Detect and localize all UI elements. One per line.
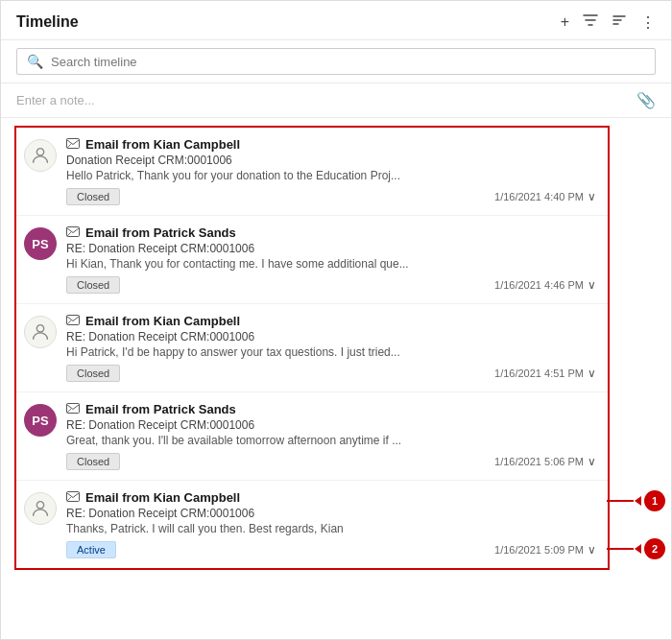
item-subtitle: RE: Donation Receipt CRM:0001006: [66, 330, 596, 344]
item-header: Email from Kian Campbell: [66, 314, 596, 328]
timestamp-text: 1/16/2021 4:46 PM: [494, 279, 584, 291]
item-body: Hi Patrick, I'd be happy to answer your …: [66, 345, 527, 359]
arrow-line: [607, 500, 634, 502]
item-title: Email from Patrick Sands: [85, 402, 236, 416]
panel-title: Timeline: [16, 13, 79, 31]
item-footer: Closed 1/16/2021 4:40 PM ∨: [66, 188, 596, 205]
email-icon: [66, 225, 80, 240]
avatar: PS: [24, 404, 57, 437]
item-header: Email from Kian Campbell: [66, 137, 596, 152]
chevron-down-icon[interactable]: ∨: [588, 367, 596, 380]
arrow-head-icon: [635, 496, 641, 506]
timestamp-text: 1/16/2021 5:09 PM: [494, 544, 584, 556]
item-footer: Closed 1/16/2021 4:46 PM ∨: [66, 276, 596, 294]
status-badge[interactable]: Closed: [66, 365, 120, 382]
item-header: Email from Patrick Sands: [66, 225, 596, 240]
timeline-item: Email from Kian Campbell RE: Donation Re…: [16, 481, 608, 568]
svg-point-6: [36, 502, 43, 509]
timeline-item: Email from Kian Campbell RE: Donation Re…: [16, 304, 608, 392]
svg-point-3: [36, 325, 43, 332]
attach-icon[interactable]: 📎: [636, 91, 656, 109]
item-timestamp: 1/16/2021 4:51 PM ∨: [494, 367, 596, 380]
item-timestamp: 1/16/2021 4:46 PM ∨: [494, 278, 596, 292]
search-wrapper[interactable]: 🔍: [16, 48, 656, 75]
search-input[interactable]: [51, 55, 645, 69]
item-body: Hello Patrick, Thank you for your donati…: [66, 169, 527, 182]
item-body: Hi Kian, Thank you for contacting me. I …: [66, 257, 527, 271]
avatar-initials: PS: [32, 237, 48, 251]
timeline-items: Email from Kian Campbell Donation Receip…: [1, 118, 671, 639]
chevron-down-icon[interactable]: ∨: [588, 455, 596, 468]
panel-header: Timeline + ⋮: [1, 1, 671, 40]
timestamp-text: 1/16/2021 5:06 PM: [494, 456, 584, 467]
avatar: PS: [24, 227, 57, 260]
more-icon[interactable]: ⋮: [640, 13, 656, 32]
item-content: Email from Kian Campbell RE: Donation Re…: [66, 490, 596, 558]
avatar: [24, 492, 57, 525]
item-subtitle: RE: Donation Receipt CRM:0001006: [66, 418, 596, 432]
item-subtitle: RE: Donation Receipt CRM:0001006: [66, 507, 596, 520]
item-header: Email from Kian Campbell: [66, 490, 596, 505]
item-footer: Closed 1/16/2021 4:51 PM ∨: [66, 365, 596, 382]
email-icon: [66, 314, 80, 328]
arrow-head-icon: [635, 544, 641, 554]
avatar: [24, 316, 57, 348]
annotation-circle-2: 2: [644, 538, 665, 559]
item-title: Email from Kian Campbell: [85, 137, 240, 152]
search-bar: 🔍: [1, 40, 671, 83]
timeline-panel: Timeline + ⋮ 🔍 Enter a note... 📎: [0, 0, 672, 640]
annotation-2: 2: [607, 538, 665, 559]
arrow-line: [607, 548, 634, 550]
timeline-group: Email from Kian Campbell Donation Receip…: [14, 126, 610, 570]
annotation-1: 1: [607, 490, 665, 511]
timeline-item: PS Email from Patrick Sands: [16, 216, 608, 304]
svg-point-0: [36, 149, 43, 155]
item-content: Email from Kian Campbell Donation Receip…: [66, 137, 596, 205]
status-badge[interactable]: Closed: [66, 453, 120, 470]
note-bar: Enter a note... 📎: [1, 83, 671, 118]
item-body: Thanks, Patrick. I will call you then. B…: [66, 522, 527, 535]
item-title: Email from Kian Campbell: [85, 490, 240, 505]
add-icon[interactable]: +: [561, 13, 569, 31]
sort-icon[interactable]: [612, 12, 627, 32]
chevron-down-icon[interactable]: ∨: [588, 543, 596, 557]
email-icon: [66, 402, 80, 416]
item-content: Email from Kian Campbell RE: Donation Re…: [66, 314, 596, 382]
avatar: [24, 139, 57, 172]
item-subtitle: Donation Receipt CRM:0001006: [66, 154, 596, 167]
note-placeholder: Enter a note...: [16, 93, 95, 107]
item-body: Great, thank you. I'll be available tomo…: [66, 434, 527, 447]
chevron-down-icon[interactable]: ∨: [588, 190, 596, 203]
timestamp-text: 1/16/2021 4:40 PM: [494, 191, 584, 202]
item-timestamp: 1/16/2021 5:06 PM ∨: [494, 455, 596, 468]
status-badge[interactable]: Closed: [66, 276, 120, 294]
item-header: Email from Patrick Sands: [66, 402, 596, 416]
email-icon: [66, 490, 80, 505]
timeline-item: PS Email from Patrick Sands: [16, 392, 608, 481]
annotation-circle-1: 1: [644, 490, 665, 511]
filter-icon[interactable]: [583, 12, 598, 32]
item-timestamp: 1/16/2021 4:40 PM ∨: [494, 190, 596, 203]
item-title: Email from Kian Campbell: [85, 314, 240, 328]
item-content: Email from Patrick Sands RE: Donation Re…: [66, 225, 596, 294]
item-footer: Active 1/16/2021 5:09 PM ∨: [66, 541, 596, 558]
status-badge[interactable]: Active: [66, 541, 116, 558]
item-subtitle: RE: Donation Receipt CRM:0001006: [66, 242, 596, 255]
search-icon: 🔍: [27, 54, 43, 69]
item-content: Email from Patrick Sands RE: Donation Re…: [66, 402, 596, 470]
email-icon: [66, 137, 80, 152]
item-timestamp: 1/16/2021 5:09 PM ∨: [494, 543, 596, 557]
item-footer: Closed 1/16/2021 5:06 PM ∨: [66, 453, 596, 470]
timestamp-text: 1/16/2021 4:51 PM: [494, 367, 584, 379]
header-icons: + ⋮: [561, 12, 656, 32]
timeline-item: Email from Kian Campbell Donation Receip…: [16, 128, 608, 216]
chevron-down-icon[interactable]: ∨: [588, 278, 596, 292]
avatar-initials: PS: [32, 414, 48, 428]
item-title: Email from Patrick Sands: [85, 225, 236, 240]
status-badge[interactable]: Closed: [66, 188, 120, 205]
